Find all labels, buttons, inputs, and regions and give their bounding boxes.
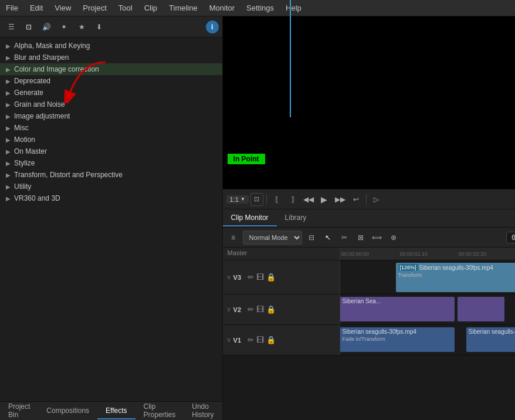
ruler-mark-2: 00:00:02:20 (458, 251, 515, 257)
chevron-grain: ▶ (5, 101, 12, 108)
tab-undo-history[interactable]: Undo History (184, 399, 222, 421)
clip-v1-2[interactable]: Siberian seagulls-30fps.mp4 (466, 327, 515, 352)
menu-tool[interactable]: Tool (113, 1, 138, 15)
monitor-video (223, 16, 515, 189)
category-stylize[interactable]: ▶ Stylize (0, 157, 222, 169)
menu-clip[interactable]: Clip (138, 1, 163, 15)
category-transform[interactable]: ▶ Transform, Distort and Perspective (0, 169, 222, 181)
loop-btn[interactable]: ↩ (349, 192, 363, 206)
tab-compositions[interactable]: Compositions (38, 403, 97, 419)
menu-project[interactable]: Project (77, 1, 112, 15)
chevron-motion: ▶ (5, 136, 12, 143)
category-utility[interactable]: ▶ Utility (0, 181, 222, 192)
in-point-badge: In Point (228, 154, 265, 164)
resize-btn[interactable]: ⊠ (354, 231, 368, 245)
mode-select[interactable]: Normal Mode (243, 231, 302, 245)
clip-v2-2[interactable] (458, 297, 504, 321)
menu-edit[interactable]: Edit (24, 1, 49, 15)
insert-btn[interactable]: ⊕ (387, 231, 401, 245)
tab-library[interactable]: Library (277, 210, 315, 226)
play-btn[interactable]: ▶ (317, 192, 331, 206)
category-motion[interactable]: ▶ Motion (0, 134, 222, 145)
tab-project-bin[interactable]: Project Bin (0, 399, 38, 421)
clip-v3-percent: [126%] (398, 264, 418, 271)
category-color[interactable]: ▶ Color and Image correction (0, 63, 222, 75)
toolbar-audio-btn[interactable]: 🔊 (39, 19, 54, 35)
menu-help[interactable]: Help (280, 1, 307, 15)
timeline-menu-btn[interactable]: ≡ (226, 231, 240, 245)
category-grain[interactable]: ▶ Grain and Noise (0, 99, 222, 110)
category-alpha[interactable]: ▶ Alpha, Mask and Keying (0, 40, 222, 52)
menu-view[interactable]: View (49, 1, 77, 15)
menu-settings[interactable]: Settings (240, 1, 280, 15)
track-v1-edit-icon[interactable]: ✏ (248, 336, 254, 344)
category-vr360[interactable]: ▶ VR360 and 3D (0, 192, 222, 204)
clip-v1-1-label: Siberian seagulls-30fps.mp4 (340, 327, 455, 336)
track-v2-lock-icon[interactable]: 🔒 (266, 305, 276, 314)
category-generate[interactable]: ▶ Generate (0, 87, 222, 99)
clip-v3-1[interactable]: [126%] Siberian seagulls-30fps.mp4 Trans… (396, 263, 515, 292)
category-deprecated[interactable]: ▶ Deprecated (0, 75, 222, 87)
toolbar-info-btn[interactable]: i (206, 21, 219, 33)
category-blur[interactable]: ▶ Blur and Sharpen (0, 52, 222, 63)
clip-v3-sublabel: Transform (396, 272, 515, 278)
toolbar-hamburger-btn[interactable]: ☰ (4, 19, 19, 35)
toolbar-download-btn[interactable]: ⬇ (92, 19, 107, 35)
timeline-content: Master 00:00:00:00 00:00:01:10 00:00:02:… (223, 248, 515, 420)
toolbar-effects-btn[interactable]: ✦ (56, 19, 72, 35)
ctrl-more-btn[interactable]: ▷ (370, 192, 384, 206)
tab-clip-properties[interactable]: Clip Properties (135, 399, 184, 421)
cut-btn[interactable]: ✂ (337, 231, 351, 245)
category-misc[interactable]: ▶ Misc (0, 122, 222, 134)
ruler-mark-1: 00:00:01:10 (399, 251, 458, 257)
category-image-adj[interactable]: ▶ Image adjustment (0, 110, 222, 122)
track-v1-lock-icon[interactable]: 🔒 (266, 336, 276, 344)
track-v2-film-icon: 🎞 (256, 305, 264, 314)
track-v1-expand[interactable]: ∨ (226, 336, 231, 344)
zoom-chevron-icon: ▼ (240, 197, 245, 202)
monitor-area: In Point (223, 16, 515, 189)
tab-clip-monitor[interactable]: Clip Monitor (223, 210, 277, 226)
prev-frame-btn[interactable]: ◀◀ (301, 192, 316, 206)
menu-monitor[interactable]: Monitor (204, 1, 240, 15)
toolbar-layout-btn[interactable]: ⊡ (21, 19, 36, 35)
track-v1-content: Siberian seagulls-30fps.mp4 Fade in/Tran… (340, 325, 515, 355)
clip-v2-1[interactable]: Siberian Sea... (340, 297, 455, 321)
ctrl-sep1 (266, 194, 267, 205)
select-btn[interactable]: ↖ (321, 231, 335, 245)
master-label: Master (223, 248, 340, 260)
track-v3-edit-icon[interactable]: ✏ (248, 273, 254, 282)
track-v2-name: V2 (233, 306, 245, 313)
timeline-toolbar: ≡ Normal Mode ⊟ ↖ ✂ ⊠ ⟺ ⊕ 00:00:05:03 / … (223, 228, 515, 248)
track-v3-expand[interactable]: ∨ (226, 273, 231, 281)
ripple-btn[interactable]: ⊟ (304, 231, 319, 245)
track-v3-film-icon: 🎞 (256, 273, 264, 282)
ruler-mark-0: 00:00:00:00 (340, 251, 399, 257)
panel-toolbar: ☰ ⊡ 🔊 ✦ ★ ⬇ i (0, 16, 222, 38)
track-v3: ∨ V3 ✏ 🎞 🔒 [126%] Siberian seagulls-30fp… (223, 260, 515, 294)
time-display: 00:00:05:03 / 00:00:13:10 (506, 232, 515, 243)
zoom-select-left[interactable]: 1:1 ▼ (226, 195, 249, 204)
menu-timeline[interactable]: Timeline (163, 1, 204, 15)
fit-timeline-btn[interactable]: ⟺ (370, 231, 384, 245)
track-v3-lock-icon[interactable]: 🔒 (266, 273, 276, 282)
mark-in-btn[interactable]: ⟦ (270, 192, 284, 206)
menu-file[interactable]: File (0, 1, 24, 15)
category-onmaster[interactable]: ▶ On Master (0, 145, 222, 157)
fit-btn[interactable]: ⊡ (250, 193, 263, 206)
chevron-misc: ▶ (5, 124, 12, 131)
chevron-onmaster: ▶ (5, 148, 12, 155)
chevron-stylize: ▶ (5, 160, 12, 167)
tab-effects[interactable]: Effects (97, 403, 135, 419)
effects-list: ▶ Alpha, Mask and Keying ▶ Blur and Shar… (0, 38, 222, 401)
chevron-generate: ▶ (5, 89, 12, 96)
track-v2-expand[interactable]: ∨ (226, 306, 231, 313)
clip-v1-1[interactable]: Siberian seagulls-30fps.mp4 Fade in/Tran… (340, 327, 455, 352)
track-v1-film-icon: 🎞 (256, 336, 264, 344)
monitor-controls: 1:1 ▼ ⊡ ⟦ ⟧ ◀◀ ▶ ▶▶ ↩ ▷ 1:1 ▼ ⊠ (223, 189, 515, 209)
next-frame-btn[interactable]: ▶▶ (333, 192, 347, 206)
toolbar-star-btn[interactable]: ★ (74, 19, 89, 35)
track-v2-edit-icon[interactable]: ✏ (248, 305, 254, 314)
mark-out-btn[interactable]: ⟧ (286, 192, 300, 206)
clip-v2-label: Siberian Sea... (340, 297, 455, 306)
